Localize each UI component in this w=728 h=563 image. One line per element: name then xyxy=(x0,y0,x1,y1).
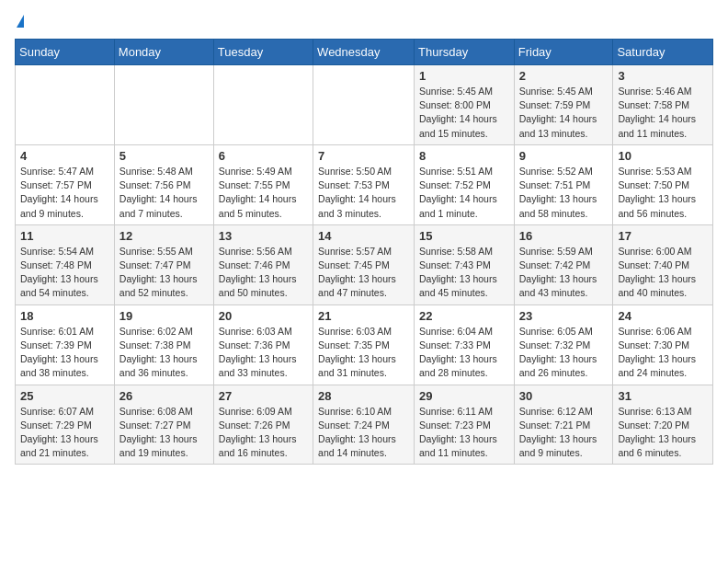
day-of-week-header: Wednesday xyxy=(313,40,415,65)
day-info: Sunrise: 6:05 AM Sunset: 7:32 PM Dayligh… xyxy=(519,325,609,381)
day-number: 8 xyxy=(419,149,509,163)
day-info: Sunrise: 5:49 AM Sunset: 7:55 PM Dayligh… xyxy=(219,165,308,221)
day-number: 14 xyxy=(318,229,409,243)
day-number: 25 xyxy=(20,389,109,403)
calendar-cell: 11Sunrise: 5:54 AM Sunset: 7:48 PM Dayli… xyxy=(16,224,115,304)
calendar-cell: 26Sunrise: 6:08 AM Sunset: 7:27 PM Dayli… xyxy=(114,385,213,465)
day-number: 16 xyxy=(519,229,609,243)
day-info: Sunrise: 6:04 AM Sunset: 7:33 PM Dayligh… xyxy=(419,325,509,381)
day-info: Sunrise: 5:57 AM Sunset: 7:45 PM Dayligh… xyxy=(318,245,409,301)
calendar-cell: 18Sunrise: 6:01 AM Sunset: 7:39 PM Dayli… xyxy=(16,304,115,385)
day-info: Sunrise: 6:12 AM Sunset: 7:21 PM Dayligh… xyxy=(519,405,609,461)
page-header xyxy=(15,15,713,28)
day-number: 13 xyxy=(219,229,308,243)
day-number: 22 xyxy=(419,309,509,323)
day-info: Sunrise: 6:02 AM Sunset: 7:38 PM Dayligh… xyxy=(119,325,209,381)
day-of-week-header: Tuesday xyxy=(213,40,313,65)
day-of-week-header: Friday xyxy=(514,40,613,65)
day-info: Sunrise: 6:09 AM Sunset: 7:26 PM Dayligh… xyxy=(219,405,308,461)
day-number: 4 xyxy=(20,149,109,163)
calendar-cell: 17Sunrise: 6:00 AM Sunset: 7:40 PM Dayli… xyxy=(613,224,713,304)
day-info: Sunrise: 6:10 AM Sunset: 7:24 PM Dayligh… xyxy=(318,405,409,461)
day-info: Sunrise: 5:52 AM Sunset: 7:51 PM Dayligh… xyxy=(519,165,609,221)
calendar-cell: 10Sunrise: 5:53 AM Sunset: 7:50 PM Dayli… xyxy=(613,144,713,224)
calendar-week-row: 25Sunrise: 6:07 AM Sunset: 7:29 PM Dayli… xyxy=(16,385,713,465)
day-of-week-header: Monday xyxy=(114,40,213,65)
calendar-cell: 1Sunrise: 5:45 AM Sunset: 8:00 PM Daylig… xyxy=(415,65,515,145)
calendar-cell: 24Sunrise: 6:06 AM Sunset: 7:30 PM Dayli… xyxy=(613,304,713,385)
calendar-week-row: 1Sunrise: 5:45 AM Sunset: 8:00 PM Daylig… xyxy=(16,65,713,145)
calendar-cell: 8Sunrise: 5:51 AM Sunset: 7:52 PM Daylig… xyxy=(415,144,515,224)
calendar-cell: 23Sunrise: 6:05 AM Sunset: 7:32 PM Dayli… xyxy=(514,304,613,385)
day-info: Sunrise: 5:59 AM Sunset: 7:42 PM Dayligh… xyxy=(519,245,609,301)
day-info: Sunrise: 6:01 AM Sunset: 7:39 PM Dayligh… xyxy=(20,325,109,381)
calendar-cell: 9Sunrise: 5:52 AM Sunset: 7:51 PM Daylig… xyxy=(514,144,613,224)
day-number: 29 xyxy=(419,389,509,403)
logo-triangle-icon xyxy=(17,15,24,28)
day-number: 28 xyxy=(318,389,409,403)
calendar-cell: 28Sunrise: 6:10 AM Sunset: 7:24 PM Dayli… xyxy=(313,385,415,465)
day-info: Sunrise: 6:08 AM Sunset: 7:27 PM Dayligh… xyxy=(119,405,209,461)
calendar-week-row: 11Sunrise: 5:54 AM Sunset: 7:48 PM Dayli… xyxy=(16,224,713,304)
day-info: Sunrise: 6:03 AM Sunset: 7:35 PM Dayligh… xyxy=(318,325,409,381)
logo xyxy=(15,15,24,28)
calendar-cell: 25Sunrise: 6:07 AM Sunset: 7:29 PM Dayli… xyxy=(16,385,115,465)
day-number: 30 xyxy=(519,389,609,403)
calendar-cell: 21Sunrise: 6:03 AM Sunset: 7:35 PM Dayli… xyxy=(313,304,415,385)
calendar-cell: 12Sunrise: 5:55 AM Sunset: 7:47 PM Dayli… xyxy=(114,224,213,304)
calendar-cell: 6Sunrise: 5:49 AM Sunset: 7:55 PM Daylig… xyxy=(213,144,313,224)
day-number: 18 xyxy=(20,309,109,323)
day-info: Sunrise: 6:00 AM Sunset: 7:40 PM Dayligh… xyxy=(618,245,708,301)
day-number: 23 xyxy=(519,309,609,323)
calendar-cell: 3Sunrise: 5:46 AM Sunset: 7:58 PM Daylig… xyxy=(613,65,713,145)
day-info: Sunrise: 5:46 AM Sunset: 7:58 PM Dayligh… xyxy=(618,85,708,141)
calendar-cell: 2Sunrise: 5:45 AM Sunset: 7:59 PM Daylig… xyxy=(514,65,613,145)
day-info: Sunrise: 5:45 AM Sunset: 7:59 PM Dayligh… xyxy=(519,85,609,141)
day-info: Sunrise: 5:58 AM Sunset: 7:43 PM Dayligh… xyxy=(419,245,509,301)
day-info: Sunrise: 5:53 AM Sunset: 7:50 PM Dayligh… xyxy=(618,165,708,221)
day-info: Sunrise: 5:45 AM Sunset: 8:00 PM Dayligh… xyxy=(419,85,509,141)
day-number: 20 xyxy=(219,309,308,323)
day-number: 26 xyxy=(119,389,209,403)
day-info: Sunrise: 5:47 AM Sunset: 7:57 PM Dayligh… xyxy=(20,165,109,221)
calendar-table: SundayMondayTuesdayWednesdayThursdayFrid… xyxy=(15,39,713,465)
calendar-cell: 20Sunrise: 6:03 AM Sunset: 7:36 PM Dayli… xyxy=(213,304,313,385)
calendar-cell: 15Sunrise: 5:58 AM Sunset: 7:43 PM Dayli… xyxy=(415,224,515,304)
day-number: 2 xyxy=(519,69,609,83)
calendar-header-row: SundayMondayTuesdayWednesdayThursdayFrid… xyxy=(16,40,713,65)
day-number: 31 xyxy=(618,389,708,403)
day-number: 11 xyxy=(20,229,109,243)
day-number: 3 xyxy=(618,69,708,83)
day-info: Sunrise: 5:54 AM Sunset: 7:48 PM Dayligh… xyxy=(20,245,109,301)
calendar-week-row: 18Sunrise: 6:01 AM Sunset: 7:39 PM Dayli… xyxy=(16,304,713,385)
calendar-cell xyxy=(213,65,313,145)
day-of-week-header: Sunday xyxy=(16,40,115,65)
day-number: 12 xyxy=(119,229,209,243)
day-number: 9 xyxy=(519,149,609,163)
day-number: 1 xyxy=(419,69,509,83)
day-number: 10 xyxy=(618,149,708,163)
day-info: Sunrise: 6:11 AM Sunset: 7:23 PM Dayligh… xyxy=(419,405,509,461)
day-info: Sunrise: 5:50 AM Sunset: 7:53 PM Dayligh… xyxy=(318,165,409,221)
calendar-cell: 29Sunrise: 6:11 AM Sunset: 7:23 PM Dayli… xyxy=(415,385,515,465)
calendar-cell: 31Sunrise: 6:13 AM Sunset: 7:20 PM Dayli… xyxy=(613,385,713,465)
calendar-cell xyxy=(114,65,213,145)
day-number: 5 xyxy=(119,149,209,163)
calendar-cell: 16Sunrise: 5:59 AM Sunset: 7:42 PM Dayli… xyxy=(514,224,613,304)
day-of-week-header: Saturday xyxy=(613,40,713,65)
day-info: Sunrise: 6:06 AM Sunset: 7:30 PM Dayligh… xyxy=(618,325,708,381)
calendar-cell: 19Sunrise: 6:02 AM Sunset: 7:38 PM Dayli… xyxy=(114,304,213,385)
calendar-cell: 30Sunrise: 6:12 AM Sunset: 7:21 PM Dayli… xyxy=(514,385,613,465)
calendar-cell xyxy=(313,65,415,145)
calendar-week-row: 4Sunrise: 5:47 AM Sunset: 7:57 PM Daylig… xyxy=(16,144,713,224)
day-info: Sunrise: 5:55 AM Sunset: 7:47 PM Dayligh… xyxy=(119,245,209,301)
day-number: 6 xyxy=(219,149,308,163)
day-info: Sunrise: 5:56 AM Sunset: 7:46 PM Dayligh… xyxy=(219,245,308,301)
calendar-cell: 27Sunrise: 6:09 AM Sunset: 7:26 PM Dayli… xyxy=(213,385,313,465)
calendar-cell: 14Sunrise: 5:57 AM Sunset: 7:45 PM Dayli… xyxy=(313,224,415,304)
day-info: Sunrise: 6:13 AM Sunset: 7:20 PM Dayligh… xyxy=(618,405,708,461)
day-number: 17 xyxy=(618,229,708,243)
day-number: 24 xyxy=(618,309,708,323)
day-number: 19 xyxy=(119,309,209,323)
calendar-cell: 13Sunrise: 5:56 AM Sunset: 7:46 PM Dayli… xyxy=(213,224,313,304)
